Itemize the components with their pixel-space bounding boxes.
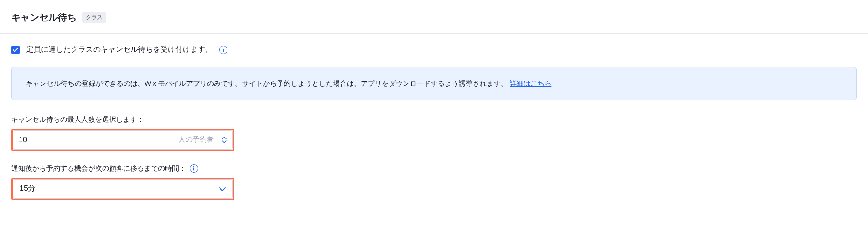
svg-point-2 <box>193 166 194 167</box>
chevron-up-icon <box>222 137 227 139</box>
svg-rect-3 <box>193 168 194 171</box>
time-window-value: 15分 <box>20 184 35 194</box>
highlighted-frame: 15分 <box>11 178 234 200</box>
max-people-label: キャンセル待ちの最大人数を選択します： <box>11 115 144 124</box>
section-header: キャンセル待ち クラス <box>0 0 868 34</box>
enable-waitlist-row: 定員に達したクラスのキャンセル待ちを受け付けます。 <box>11 45 857 55</box>
max-people-field: キャンセル待ちの最大人数を選択します： 10 人の予約者 <box>11 115 857 151</box>
check-icon <box>13 47 18 53</box>
stepper-down-button[interactable] <box>222 140 227 143</box>
section-badge: クラス <box>82 12 106 23</box>
info-banner-text: キャンセル待ちの登録ができるのは、Wix モバイルアプリのみです。サイトから予約… <box>26 79 508 87</box>
max-people-suffix: 人の予約者 <box>179 135 214 144</box>
time-window-field: 通知後から予約する機会が次の顧客に移るまでの時間： 15分 <box>11 164 857 200</box>
info-banner-link[interactable]: 詳細はこちら <box>510 79 551 87</box>
section-title: キャンセル待ち <box>11 11 76 24</box>
chevron-down-icon <box>219 185 226 193</box>
info-icon[interactable] <box>219 46 227 54</box>
enable-waitlist-label: 定員に達したクラスのキャンセル待ちを受け付けます。 <box>26 45 213 55</box>
info-banner: キャンセル待ちの登録ができるのは、Wix モバイルアプリのみです。サイトから予約… <box>11 67 857 100</box>
highlighted-frame: 10 人の予約者 <box>11 129 234 151</box>
info-icon[interactable] <box>190 164 198 173</box>
max-people-stepper[interactable]: 10 人の予約者 <box>13 130 233 150</box>
section-content: 定員に達したクラスのキャンセル待ちを受け付けます。 キャンセル待ちの登録ができる… <box>0 34 868 224</box>
stepper-arrows <box>222 137 227 143</box>
stepper-up-button[interactable] <box>222 137 227 139</box>
chevron-down-icon <box>222 140 227 143</box>
enable-waitlist-checkbox[interactable] <box>11 46 20 54</box>
time-window-select[interactable]: 15分 <box>13 179 233 199</box>
time-window-label: 通知後から予約する機会が次の顧客に移るまでの時間： <box>11 164 186 173</box>
svg-point-0 <box>223 48 224 48</box>
svg-rect-1 <box>223 49 224 52</box>
max-people-value: 10 <box>19 136 179 144</box>
